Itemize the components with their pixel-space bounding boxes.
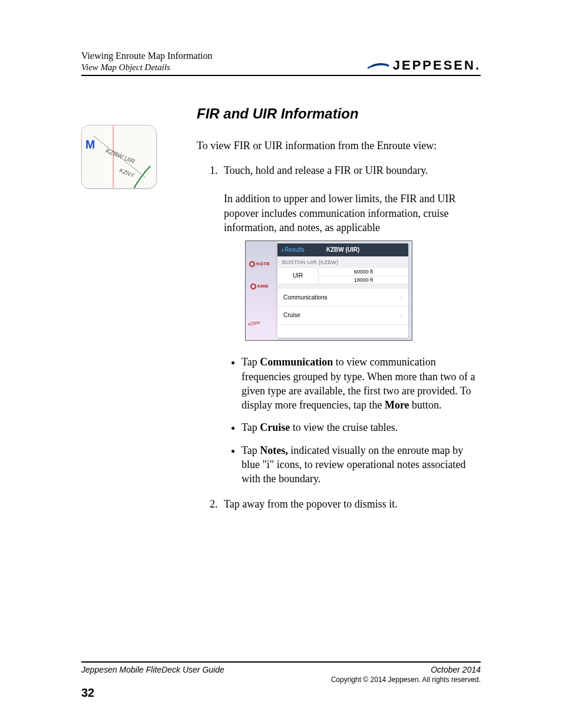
running-header: Viewing Enroute Map Information View Map… — [81, 50, 481, 76]
step1-body: In addition to upper and lower limits, t… — [224, 192, 481, 235]
popover-screenshot: KGTB KRM KZBW ‹ Results — [245, 241, 412, 341]
step-1: Touch, hold and release a FIR or UIR bou… — [220, 163, 481, 486]
map-label-krm: KRM — [257, 284, 268, 289]
back-label: Results — [285, 246, 304, 254]
limits-row: UIR 60000 ft 18000 ft — [277, 268, 408, 284]
fir-popover: ‹ Results KZBW (UIR) BOSTON UIR (KZBW) U… — [277, 243, 408, 338]
ring-icon — [250, 284, 256, 289]
step1-lead: Touch, hold and release a FIR or UIR bou… — [224, 164, 428, 176]
thumb-m-label: M — [85, 138, 95, 151]
upper-limit: 60000 ft — [319, 268, 408, 276]
lower-limit: 18000 ft — [319, 276, 408, 284]
cruise-row[interactable]: Cruise › — [277, 307, 408, 325]
brand-logo: JEPPESEN. — [367, 58, 481, 73]
step-2: Tap away from the popover to dismiss it. — [220, 497, 481, 511]
bullet-notes: Tap Notes, indicated visually on the enr… — [242, 443, 481, 486]
footer-guide: Jeppesen Mobile FliteDeck User Guide — [81, 665, 224, 674]
page-footer: Jeppesen Mobile FliteDeck User Guide Oct… — [81, 661, 481, 700]
chevron-right-icon: › — [401, 311, 402, 319]
header-line2: View Map Object Details — [81, 62, 213, 73]
swoosh-icon — [367, 62, 389, 69]
chevron-right-icon: › — [401, 294, 402, 302]
communications-row[interactable]: Communications › — [277, 289, 408, 307]
popover-titlebar: ‹ Results KZBW (UIR) — [277, 243, 408, 256]
bullet-communication: Tap Communication to view communication … — [242, 355, 481, 412]
limits-label: UIR — [277, 268, 319, 283]
brand-text: JEPPESEN. — [393, 58, 481, 73]
steps-list: Touch, hold and release a FIR or UIR bou… — [220, 163, 481, 511]
section-heading: FIR and UIR Information — [197, 106, 481, 122]
bullet-cruise: Tap Cruise to view the cruise tables. — [242, 420, 481, 434]
back-button[interactable]: ‹ Results — [281, 246, 305, 254]
ring-icon — [249, 261, 255, 267]
header-line1: Viewing Enroute Map Information — [81, 50, 213, 62]
popover-title: KZBW (UIR) — [326, 246, 360, 254]
page-number: 32 — [81, 686, 481, 700]
intro-paragraph: To view FIR or UIR information from the … — [197, 139, 481, 153]
popover-section-head: BOSTON UIR (KZBW) — [277, 256, 408, 268]
sub-bullets: Tap Communication to view communication … — [242, 355, 481, 486]
footer-date: October 2014 — [431, 665, 481, 674]
communications-label: Communications — [283, 294, 327, 302]
map-label-kgtb: KGTB — [256, 261, 270, 266]
map-thumbnail: M KZBW UIR KZNY — [81, 125, 157, 189]
footer-copyright: Copyright © 2014 Jeppesen. All rights re… — [81, 676, 481, 684]
cruise-label: Cruise — [283, 311, 300, 319]
